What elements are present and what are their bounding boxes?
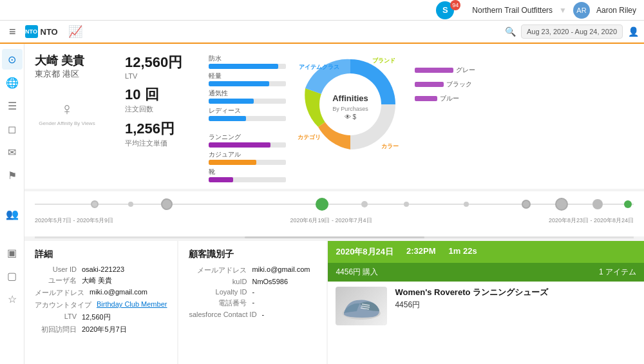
bar-fill-keiryou [209,81,269,86]
timeline-label-1: 2020年5月7日 - 2020年5月9日 [35,216,113,225]
search-icon[interactable]: 🔍 [505,26,516,37]
event-body: Women's Rovereto ランニングシューズ 4456円 [328,282,644,330]
nav-bar: ≡ NTO NTO 📈 🔍 Aug 23, 2020 - Aug 24, 202… [0,21,644,44]
detail-val-email: miki.o@gmail.com [90,288,147,298]
timeline-dot-7[interactable] [464,202,469,207]
affinity-brand-label: ブランド [372,57,395,65]
notification-badge[interactable]: 94 [450,0,460,10]
sidebar-icon-people[interactable]: 👥 [2,204,23,224]
details-panel: 詳細 User ID osaki-221223 ユーザ名 大崎 美貴 メールアド… [24,241,177,364]
sidebar: ⊙ 🌐 ☰ ◻ ✉ ⚑ 👥 ▣ ▢ ☆ [0,44,24,364]
bar-label-running: ランニング [209,133,286,142]
timeline-dot-10[interactable] [592,199,603,209]
bar-fill-suibo [209,64,278,69]
bar-fill-running [209,142,270,148]
date-range[interactable]: Aug 23, 2020 - Aug 24, 2020 [521,24,623,39]
bar-track-suibo [209,64,286,69]
svg-text:By Purchases: By Purchases [332,106,368,112]
detail-row-accounttype: アカウントタイプ Birthday Club Member [35,300,167,310]
bar-track-ladies [209,116,286,121]
timeline-dot-2[interactable] [128,202,133,207]
sidebar-icon-box2[interactable]: ▢ [2,265,23,286]
timeline-dot-1[interactable] [91,200,99,208]
bar-track-casual [209,160,286,165]
bar-track-running [209,142,286,148]
timeline-dot-3[interactable] [161,198,173,210]
timeline-dot-8[interactable] [522,200,531,209]
identity-row-email: メールアドレス miki.o@gmail.com [189,265,316,275]
user-avatar[interactable]: AR [573,2,590,19]
timeline-dot-5[interactable] [361,201,368,207]
sidebar-icon-box1[interactable]: ▣ [2,242,23,263]
profile-location: 東京都 港区 [35,68,99,80]
hamburger-icon[interactable]: ≡ [5,25,20,39]
detail-key-email: メールアドレス [35,288,84,298]
sidebar-icon-flag[interactable]: ⚑ [2,165,23,186]
timeline-label-2: 2020年6月19日 - 2020年7月4日 [290,216,372,225]
ltv-label: LTV [125,72,189,80]
identity-val-kuid: NmOs5986 [252,278,288,285]
timeline-dot-9[interactable] [555,198,568,211]
app-label: NTO NTO [25,25,58,38]
metric-avg: 1,256円 平均注文単価 [125,119,189,148]
timeline-dot-6[interactable] [404,202,409,207]
profile-name: 大崎 美貴 [35,53,99,68]
bar-label-ladies: レディース [209,106,286,115]
bar-row-keiryou: 軽量 [209,72,286,86]
timeline-dot-11[interactable] [624,200,632,208]
identity-key-email: メールアドレス [189,265,247,275]
bar-label-tsuuki: 通気性 [209,89,286,98]
detail-row-firstvisit: 初回訪問日 2020年5月7日 [35,325,167,334]
detail-row-email: メールアドレス miki.o@gmail.com [35,288,167,298]
sidebar-icon-mail[interactable]: ✉ [2,142,23,162]
profile-icon[interactable]: 👤 [628,26,639,37]
identity-key-sfcontact: salesforce Contact ID [189,311,256,318]
sidebar-icon-globe[interactable]: 🌐 [2,72,23,93]
product-price: 4456円 [395,300,548,311]
bar-label-keiryou: 軽量 [209,72,286,81]
sidebar-icon-layers[interactable]: ◻ [2,119,23,139]
avg-value: 1,256円 [125,119,189,139]
right-bar-black-label: ブラック [446,80,472,89]
main-content: 大崎 美貴 東京都 港区 ♀ Gender Affinity By Views … [24,44,644,364]
right-bar-grey-label: グレー [456,66,475,75]
gender-affinity: ♀ Gender Affinity By Views [35,99,99,126]
top-bar: S 94 Northern Trail Outfitters ▼ AR Aaro… [0,0,644,21]
bar-track-tsuuki [209,99,286,104]
event-purchase-label: 4456円 購入 [336,267,378,278]
bar-fill-ladies [209,116,246,121]
timeline-section: 2020年5月7日 - 2020年5月9日 2020年6月19日 - 2020年… [24,191,644,236]
detail-val-username: 大崎 美貴 [82,276,112,285]
gender-icon: ♀ [61,99,73,119]
affinity-color-label: カラー [381,142,399,151]
svg-point-0 [319,73,381,135]
details-title: 詳細 [35,249,167,260]
affinities-section: 防水 軽量 通気性 レ [202,53,634,182]
bar-label-suibo: 防水 [209,54,286,63]
detail-val-accounttype[interactable]: Birthday Club Member [97,300,167,310]
bar-row-shoes: 靴 [209,168,286,182]
sidebar-icon-star[interactable]: ☆ [2,289,23,309]
identity-row-loyalty: Loyalty ID - [189,288,316,296]
orders-label: 注文回数 [125,104,189,114]
right-bar-black: ブラック [415,80,475,89]
svg-text:👁 $: 👁 $ [345,113,357,120]
event-header: 2020年8月24日 2:32PM 1m 22s [328,241,644,263]
timeline-dot-4[interactable] [316,198,328,211]
chart-icon[interactable]: 📈 [63,24,88,39]
event-date: 2020年8月24日 [336,246,393,258]
metric-orders: 10 回 注文回数 [125,85,189,114]
left-bar-charts: 防水 軽量 通気性 レ [209,53,286,182]
product-details: Women's Rovereto ランニングシューズ 4456円 [395,287,548,325]
product-name: Women's Rovereto ランニングシューズ [395,287,548,298]
bar-row-suibo: 防水 [209,54,286,69]
product-image [336,287,387,325]
bar-track-shoes [209,177,286,182]
user-name: Aaron Riley [596,6,636,15]
affinity-item-label: アイテムクラス [299,63,339,72]
event-items-label: 1 アイテム [599,267,636,278]
timeline-line [35,204,634,205]
sidebar-icon-list[interactable]: ☰ [2,95,23,116]
sidebar-icon-home[interactable]: ⊙ [2,49,23,70]
bar-fill-casual [209,160,256,165]
